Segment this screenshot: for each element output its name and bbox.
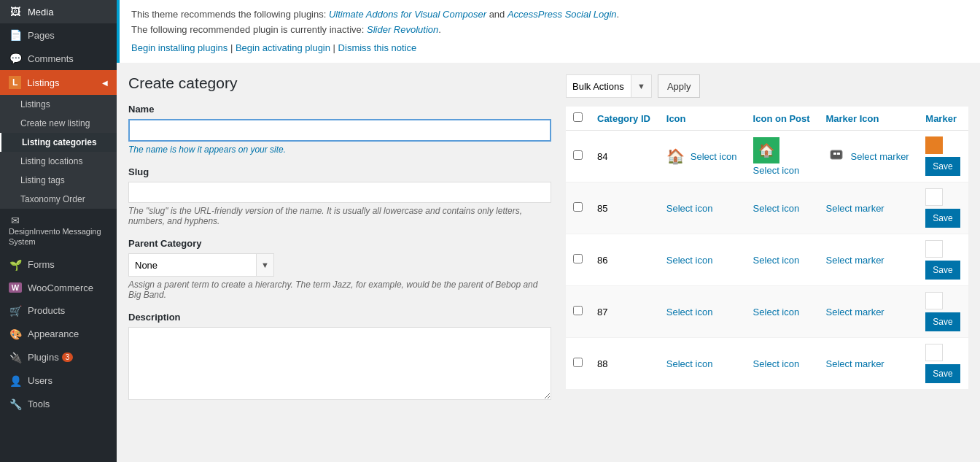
table-row: 88 Select icon Select icon Select marker [566,338,968,390]
dismiss-link[interactable]: Dismiss this notice [338,42,417,53]
users-icon: 👤 [9,375,22,387]
save-button[interactable]: Save [925,209,960,228]
sidebar-item-products[interactable]: 🛒 Products [0,299,117,323]
notice-line1-suffix: . [617,9,620,20]
home-icon: 🏠 [666,147,685,165]
sidebar-item-label: Pages [28,30,55,41]
table-row: 84 🏠 Select icon 🏠 Select icon [566,131,968,182]
sidebar-item-pages[interactable]: 📄 Pages [0,23,117,47]
sidebar-item-users[interactable]: 👤 Users [0,369,117,393]
products-icon: 🛒 [9,305,22,317]
sidebar-item-forms[interactable]: 🌱 Forms [0,253,117,277]
row-checkbox[interactable] [573,202,583,212]
create-category-panel: Create category Name The name is how it … [128,74,551,450]
select-icon-post-link[interactable]: Select icon [753,255,800,266]
select-marker-link[interactable]: Select marker [851,151,909,162]
select-marker-link[interactable]: Select marker [826,358,884,369]
marker-white-swatch [925,292,943,309]
select-icon-link[interactable]: Select icon [666,307,713,317]
icon-on-post-cell: Select icon [746,286,819,338]
sidebar-item-listing-tags[interactable]: Listing tags [0,171,117,190]
name-label: Name [128,104,551,115]
save-button[interactable]: Save [925,312,960,331]
icon-cell: Select icon [659,234,746,286]
select-icon-post-link[interactable]: Select icon [753,307,800,317]
sep1: | [230,42,236,53]
row-checkbox[interactable] [573,306,583,315]
icon-on-post-cell: Select icon [746,338,819,390]
sidebar: 🖼 Media 📄 Pages 💬 Comments L Listings ◀ … [0,0,117,462]
sidebar-item-taxonomy-order[interactable]: Taxonomy Order [0,190,117,209]
parent-category-select[interactable]: None [129,255,256,275]
select-icon-link[interactable]: Select icon [666,255,713,266]
sidebar-item-design-invento[interactable]: ✉ DesignInvento Messaging System [0,209,117,253]
category-list-panel: Bulk Actions ▼ Apply Category ID Icon Ic… [566,74,968,450]
select-icon-post-link[interactable]: Select icon [753,358,800,369]
description-label: Description [128,312,551,323]
listings-submenu: Listings Create new listing Listing cate… [0,95,117,209]
marker-icon-img [826,146,847,166]
sidebar-item-comments[interactable]: 💬 Comments [0,47,117,70]
category-id-cell: 87 [590,286,659,338]
parent-category-select-wrap: None ▼ [128,253,274,277]
icon-on-post-cell: Select icon [746,182,819,234]
begin-installing-link[interactable]: Begin installing plugins [131,42,228,53]
main-content: This theme recommends the following plug… [117,0,980,462]
slug-input[interactable] [128,182,551,203]
pages-icon: 📄 [9,29,22,41]
notice-line2-prefix: The following recommended plugin is curr… [131,24,367,35]
description-textarea[interactable] [128,327,551,400]
row-checkbox[interactable] [573,254,583,263]
select-icon-link[interactable]: Select icon [666,358,713,369]
marker-cell: Save [918,338,968,390]
sidebar-item-tools[interactable]: 🔧 Tools [0,393,117,416]
select-marker-link[interactable]: Select marker [826,307,884,317]
woocommerce-icon: W [9,282,22,293]
icon-cell: Select icon [659,182,746,234]
slug-hint: The "slug" is the URL-friendly version o… [128,206,551,226]
col-category-id-header: Category ID [590,107,659,131]
name-input[interactable] [128,119,551,142]
sidebar-item-appearance[interactable]: 🎨 Appearance [0,323,117,346]
sidebar-item-woocommerce[interactable]: W WooCommerce [0,277,117,299]
plugin2-link[interactable]: AccessPress Social Login [508,9,617,20]
plugin1-link[interactable]: Ultimate Addons for Visual Composer [329,9,486,20]
media-icon: 🖼 [9,6,22,18]
begin-activating-link[interactable]: Begin activating plugin [236,42,330,53]
notice-and: and [486,9,508,20]
panel-title: Create category [128,74,551,92]
select-all-checkbox[interactable] [573,112,583,122]
select-icon-link[interactable]: Select icon [666,203,713,214]
save-button[interactable]: Save [925,261,960,280]
plugin3-link[interactable]: Slider Revolution [367,24,438,35]
sidebar-item-listing-categories[interactable]: Listing categories [0,133,117,152]
icon-cell: Select icon [659,286,746,338]
sidebar-item-listings-sub[interactable]: Listings [0,95,117,114]
select-icon-post-link[interactable]: Select icon [753,165,800,176]
messaging-icon: ✉ [9,215,22,226]
sidebar-item-create-new-listing[interactable]: Create new listing [0,114,117,133]
notice-line2-suffix: . [438,24,441,35]
sidebar-item-label: Tools [28,399,50,409]
sidebar-item-listing-locations[interactable]: Listing locations [0,152,117,171]
marker-icon-cell: Select marker [819,286,919,338]
listings-icon: L [9,76,21,89]
select-marker-link[interactable]: Select marker [826,203,884,214]
select-icon-link[interactable]: Select icon [691,151,737,162]
apply-button[interactable]: Apply [658,74,701,98]
sidebar-item-listings[interactable]: L Listings ◀ [0,70,117,95]
sidebar-item-media[interactable]: 🖼 Media [0,0,117,23]
save-button[interactable]: Save [925,364,960,383]
icon-cell: Select icon [659,338,746,390]
sidebar-item-plugins[interactable]: 🔌 Plugins 3 [0,346,117,369]
svg-rect-0 [831,150,842,159]
row-checkbox[interactable] [573,358,583,367]
select-marker-link[interactable]: Select marker [826,255,884,266]
save-button[interactable]: Save [925,157,960,176]
col-marker-header: Marker [918,107,968,131]
select-icon-post-link[interactable]: Select icon [753,203,800,214]
col-icon-on-post-header: Icon on Post [746,107,819,131]
slug-form-group: Slug The "slug" is the URL-friendly vers… [128,166,551,226]
bulk-actions-select[interactable]: Bulk Actions [567,75,631,97]
row-checkbox[interactable] [573,150,583,160]
